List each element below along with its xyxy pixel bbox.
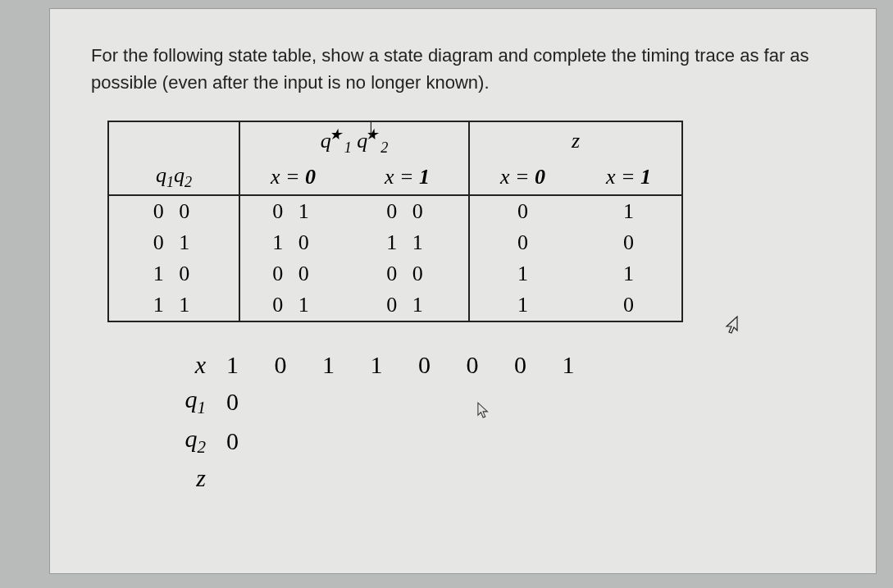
text-cursor-icon: | [369, 116, 373, 139]
table-row: 1 0 0 0 0 0 1 1 [108, 258, 682, 289]
header-ns-x1: x = 1 [346, 160, 469, 195]
cursor-icon [723, 316, 738, 340]
header-next-state: q★1 q★2 [239, 121, 469, 160]
cell-z1: 0 [576, 227, 682, 258]
cell-ns0: 1 0 [239, 227, 346, 258]
trace-label-q2: q2 [181, 425, 226, 458]
cell-z1: 0 [576, 289, 682, 321]
cell-ns1: 0 1 [346, 289, 469, 321]
instruction-text: For the following state table, show a st… [91, 42, 835, 96]
timing-trace: x 1 0 1 1 0 0 0 1 q1 0 q2 0 z [181, 351, 835, 492]
cell-ns1: 1 1 [346, 227, 469, 258]
cell-state: 1 1 [108, 289, 239, 321]
cell-z0: 0 [469, 195, 576, 227]
trace-values-q2: 0 [226, 427, 253, 455]
cell-ns0: 0 1 [239, 289, 346, 321]
trace-row-x: x 1 0 1 1 0 0 0 1 [181, 351, 835, 379]
trace-row-q1: q1 0 [181, 385, 835, 418]
table-row: 0 0 0 1 0 0 0 1 [108, 195, 682, 227]
state-table-container: q★1 q★2 z q1q2 x = 0 x = 1 x = 0 x = 1 0… [107, 121, 835, 322]
table-row: 0 1 1 0 1 1 0 0 [108, 227, 682, 258]
cell-z0: 1 [469, 258, 576, 289]
cell-state: 1 0 [108, 258, 239, 289]
trace-values-x: 1 0 1 1 0 0 0 1 [226, 351, 590, 379]
cell-z0: 1 [469, 289, 576, 321]
trace-row-z: z [181, 464, 835, 492]
header-output: z [469, 121, 682, 160]
header-z-x1: x = 1 [576, 160, 682, 195]
cell-state: 0 0 [108, 195, 239, 227]
header-z-x0: x = 0 [469, 160, 576, 195]
header-ns-x0: x = 0 [239, 160, 346, 195]
trace-label-q1: q1 [181, 385, 226, 418]
trace-label-z: z [181, 464, 226, 492]
cell-z0: 0 [469, 227, 576, 258]
header-state-label: q1q2 [108, 160, 239, 195]
cell-ns0: 0 1 [239, 195, 346, 227]
cell-state: 0 1 [108, 227, 239, 258]
trace-values-q1: 0 [226, 388, 253, 416]
cell-z1: 1 [576, 258, 682, 289]
cell-ns1: 0 0 [346, 258, 469, 289]
cursor-icon [477, 402, 490, 424]
trace-label-x: x [181, 351, 226, 379]
cell-ns0: 0 0 [239, 258, 346, 289]
problem-page: For the following state table, show a st… [49, 8, 877, 574]
state-table: q★1 q★2 z q1q2 x = 0 x = 1 x = 0 x = 1 0… [107, 121, 683, 322]
trace-row-q2: q2 0 [181, 425, 835, 458]
header-empty [108, 121, 239, 160]
table-row: 1 1 0 1 0 1 1 0 [108, 289, 682, 321]
cell-z1: 1 [576, 195, 682, 227]
cell-ns1: 0 0 [346, 195, 469, 227]
